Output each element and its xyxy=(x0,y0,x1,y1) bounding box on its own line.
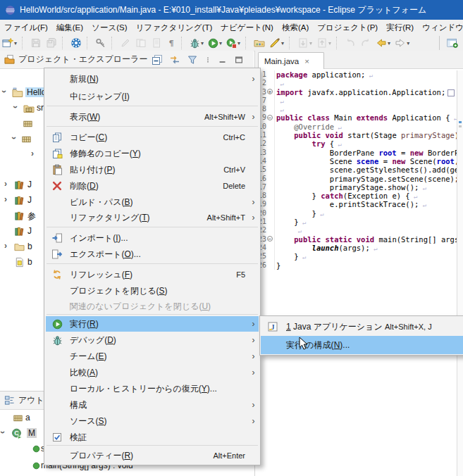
menubar-item[interactable]: プロジェクト(P) xyxy=(313,20,382,35)
menu-item-source[interactable]: ソース(S)› xyxy=(46,413,259,429)
toolbar-key-button[interactable] xyxy=(94,37,108,49)
code-text[interactable]: @Override ↵ xyxy=(275,123,457,131)
code-text[interactable]: scene.getStylesheets().add(getCl xyxy=(275,165,457,174)
menu-item-show-in[interactable]: 表示(W)Alt+Shift+W› xyxy=(46,109,259,125)
menu-item-import[interactable]: インポート(I)... xyxy=(46,230,259,246)
menu-item-jump-into[interactable]: 中にジャンプ(I) xyxy=(46,89,259,104)
menu-item-restore-from-local-history[interactable]: ローカル・ヒストリーからの復元(Y)... xyxy=(46,381,259,396)
code-text[interactable]: launch(args); ↵ xyxy=(275,244,457,252)
menubar-item[interactable]: ファイル(F) xyxy=(0,20,52,35)
code-text[interactable]: package application; ↵ xyxy=(275,70,457,79)
dropdown-arrow-icon[interactable]: ▾ xyxy=(201,40,204,46)
toolbar-new-wizard-button[interactable]: ▾ xyxy=(1,37,18,49)
link-editor-icon[interactable] xyxy=(169,54,180,65)
menu-item-new[interactable]: 新規(N)› xyxy=(46,71,259,87)
collapsed-region-icon[interactable] xyxy=(447,89,455,96)
dropdown-arrow-icon[interactable]: ▾ xyxy=(219,40,222,46)
menu-item-team[interactable]: チーム(E)› xyxy=(46,349,259,364)
overview-marker[interactable] xyxy=(459,125,462,127)
chevron-collapsed-icon[interactable]: › xyxy=(4,241,7,251)
toolbar-forward-button[interactable]: ▾ xyxy=(393,37,411,49)
toolbar-paintbrush-button[interactable]: ▾ xyxy=(268,37,285,49)
fold-collapse-icon[interactable]: − xyxy=(267,115,273,120)
menu-item-copy[interactable]: コピー(C)Ctrl+C xyxy=(46,130,259,145)
dropdown-arrow-icon[interactable]: ▾ xyxy=(14,40,17,46)
menu-item-validate[interactable]: 検証 xyxy=(46,430,259,445)
menu-item-close-project[interactable]: プロジェクトを閉じる(S) xyxy=(46,283,259,299)
code-text[interactable]: Scene scene = new Scene(root,40 xyxy=(275,157,457,165)
menu-item-paste[interactable]: 貼り付け(P)Ctrl+V xyxy=(46,162,259,177)
code-text[interactable]: primaryStage.show(); ↵ xyxy=(275,183,457,192)
code-text[interactable]: BorderPane root = new BorderPan xyxy=(275,149,457,157)
editor-tab-close-icon[interactable]: × xyxy=(304,57,309,65)
code-text[interactable]: ↵ xyxy=(275,226,457,234)
toolbar-gear-button[interactable] xyxy=(69,37,83,49)
menubar-item[interactable]: 編集(E) xyxy=(52,20,87,35)
chevron-expanded-icon[interactable]: › xyxy=(0,431,8,434)
menu-item-run-as[interactable]: 実行(R)› xyxy=(46,316,259,332)
overview-marker[interactable] xyxy=(459,121,462,123)
minimize-icon[interactable] xyxy=(218,55,228,65)
editor-tab-main-java[interactable]: Main.java × xyxy=(258,52,324,69)
dropdown-arrow-icon[interactable]: ▾ xyxy=(388,40,390,46)
chevron-expanded-icon[interactable]: › xyxy=(9,137,19,139)
code-text[interactable]: public class Main extends Application { … xyxy=(275,113,457,122)
toolbar-run-button[interactable]: ▾ xyxy=(206,37,223,49)
toolbar-perspective-button[interactable] xyxy=(445,37,459,49)
menu-item-debug-as[interactable]: デバッグ(D)› xyxy=(46,332,259,348)
code-text[interactable]: primaryStage.setScene(scene); ↵ xyxy=(275,175,457,183)
code-text[interactable]: } ↵ xyxy=(275,252,457,261)
code-text[interactable]: e.printStackTrace(); ↵ xyxy=(275,200,457,208)
chevron-expanded-icon[interactable]: › xyxy=(0,90,9,93)
menu-item-refresh[interactable]: リフレッシュ(F)F5 xyxy=(46,267,259,282)
chevron-collapsed-icon[interactable]: › xyxy=(4,194,7,204)
project-explorer-title[interactable]: プロジェクト・エクスプローラー xyxy=(18,54,147,65)
fold-expand-icon[interactable]: + xyxy=(267,89,273,94)
fold-collapse-icon[interactable]: − xyxy=(267,236,273,242)
collapse-all-icon[interactable] xyxy=(152,54,163,65)
menu-item-configure[interactable]: 構成› xyxy=(46,397,259,413)
code-area[interactable]: 1package application; ↵2 ↵3+import javaf… xyxy=(255,70,457,476)
code-text[interactable]: public static void main(String[] args xyxy=(275,235,457,244)
code-text[interactable]: } ↵ xyxy=(275,218,457,226)
menu-item-copy-qualified-name[interactable]: 修飾名のコピー(Y) xyxy=(46,146,259,161)
code-text[interactable]: import javafx.application.Application; xyxy=(275,88,457,96)
dropdown-arrow-icon[interactable]: ▾ xyxy=(407,40,409,46)
code-text[interactable]: ↵ xyxy=(275,96,457,105)
code-text[interactable]: ↵ xyxy=(275,105,457,113)
toolbar-debug-button[interactable]: ▾ xyxy=(188,37,205,49)
chevron-expanded-icon[interactable]: › xyxy=(11,106,20,108)
maximize-icon[interactable] xyxy=(234,55,244,65)
chevron-collapsed-icon[interactable]: › xyxy=(4,179,7,189)
dropdown-arrow-icon[interactable]: ▾ xyxy=(309,40,312,46)
toolbar-back-button[interactable]: ▾ xyxy=(374,37,392,49)
dropdown-arrow-icon[interactable]: ▾ xyxy=(237,40,240,46)
menu-item-refactor[interactable]: リファクタリング(T)Alt+Shift+T› xyxy=(46,210,259,225)
overview-ruler[interactable] xyxy=(457,70,463,476)
menu-item-build-path[interactable]: ビルド・パス(B)› xyxy=(46,194,259,210)
toolbar-run-coverage-button[interactable]: ▾ xyxy=(225,37,242,49)
filter-icon[interactable] xyxy=(187,54,198,65)
view-menu-icon[interactable] xyxy=(204,54,211,65)
menu-item-compare-with[interactable]: 比較(A)› xyxy=(46,365,259,380)
menubar-item[interactable]: ウィンドウ(W) xyxy=(418,20,463,35)
menubar-item[interactable]: 実行(R) xyxy=(382,20,418,35)
toolbar-pilcrow-button[interactable]: ¶ xyxy=(165,37,178,49)
toolbar-open-folder-button[interactable] xyxy=(252,37,266,49)
chevron-collapsed-icon[interactable]: › xyxy=(31,149,34,158)
menubar-item[interactable]: リファクタリング(T) xyxy=(131,20,216,35)
menubar-item[interactable]: 検索(A) xyxy=(278,20,313,35)
code-text[interactable]: } catch(Exception e) { ↵ xyxy=(275,192,457,200)
dropdown-arrow-icon[interactable]: ▾ xyxy=(281,40,284,46)
menubar-item[interactable]: ナビゲート(N) xyxy=(216,20,278,35)
code-text[interactable]: try { ↵ xyxy=(275,139,457,148)
code-text[interactable]: } xyxy=(275,261,457,270)
menu-item-properties[interactable]: プロパティー(R)Alt+Enter xyxy=(46,448,259,463)
code-text[interactable]: } ↵ xyxy=(275,209,457,218)
submenu-item-run-configurations[interactable]: 実行 の構成(N)... xyxy=(261,336,463,354)
submenu-item-java-application[interactable]: J1 Java アプリケーションAlt+Shift+X, J xyxy=(261,318,463,336)
menubar-item[interactable]: ソース(S) xyxy=(87,20,131,35)
menu-item-export[interactable]: エクスポート(O)... xyxy=(46,246,259,262)
dropdown-arrow-icon[interactable]: ▾ xyxy=(328,40,331,46)
code-text[interactable]: public void start(Stage primaryStage) xyxy=(275,131,457,139)
